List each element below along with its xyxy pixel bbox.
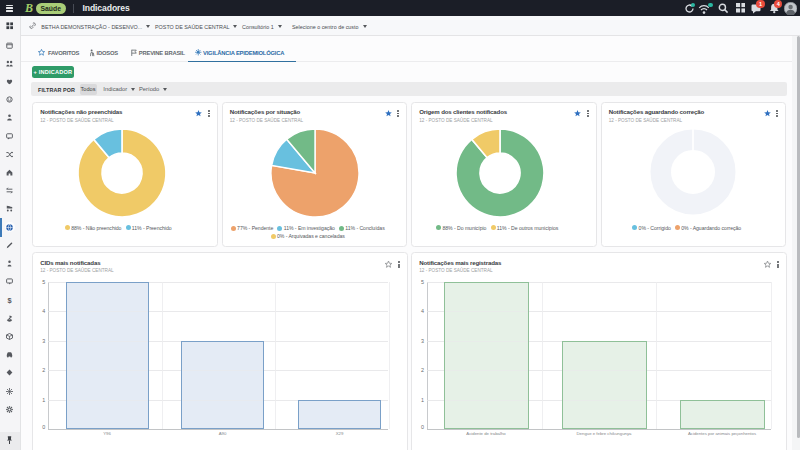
svg-text:$: $: [8, 297, 12, 304]
